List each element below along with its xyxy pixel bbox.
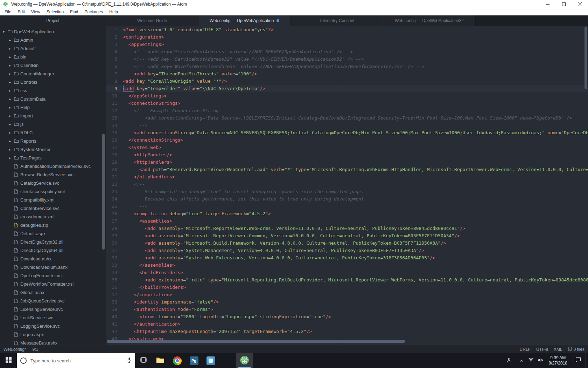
tree-item-folder[interactable]: ▸TestPages — [0, 154, 106, 162]
file-explorer-button[interactable] — [152, 353, 169, 368]
code-line[interactable]: 22 <!-- — [106, 180, 588, 188]
code-line[interactable]: 20 <add path="Reserved.ReportViewerWebCo… — [106, 166, 588, 173]
action-center-button[interactable] — [571, 353, 586, 368]
tree-item-file[interactable]: MessageBus.ashx — [0, 339, 106, 345]
code-line[interactable]: 8<add key="CorsAllowOrigin" value="*"/> — [106, 77, 588, 85]
code-line[interactable]: 23 Set compilation debug="true" to inser… — [106, 188, 588, 195]
code-line[interactable]: 33 </assemblies> — [106, 261, 588, 269]
tree-item-folder[interactable]: ▸Reports — [0, 137, 106, 145]
line-number[interactable]: 19 — [106, 158, 120, 166]
line-number[interactable]: 29 — [106, 232, 120, 239]
menu-edit[interactable]: Edit — [14, 8, 28, 15]
taskbar-clock[interactable]: 9:39 AM 8/27/2018 — [545, 353, 571, 368]
code-line[interactable]: 7 <add key="ThreadPoolMinThreads" value=… — [106, 70, 588, 77]
tree-item-file[interactable]: CatalogService.svc — [0, 179, 106, 187]
code-line[interactable]: 5 <!-- <add key="ServiceRootAddress32" v… — [106, 55, 588, 63]
status-encoding[interactable]: UTF-8 — [536, 347, 548, 352]
code-line[interactable]: 14 --> — [106, 122, 588, 129]
line-number[interactable]: 27 — [106, 217, 120, 225]
line-number[interactable]: 26 — [106, 210, 120, 217]
tree-item-root[interactable]: ▾DpeWebApplication — [0, 27, 106, 36]
tree-item-folder[interactable]: ▸SystemMonitor — [0, 145, 106, 154]
line-number[interactable]: 8 — [106, 77, 120, 85]
line-number[interactable]: 13 — [106, 114, 120, 122]
tree-item-file[interactable]: Compatibility.xml — [0, 196, 106, 204]
line-number[interactable]: 25 — [106, 203, 120, 210]
hidden-icons-button[interactable] — [517, 353, 526, 368]
line-number[interactable]: 4 — [106, 48, 120, 55]
tree-item-file[interactable]: debugfiles.zip — [0, 221, 106, 229]
blue-app-button[interactable] — [202, 353, 219, 368]
tree-item-file[interactable]: Download.ashx — [0, 254, 106, 263]
modified-dot-icon[interactable] — [276, 19, 279, 22]
code-line[interactable]: 28 <add assembly="Microsoft.ReportViewer… — [106, 225, 588, 232]
code-line[interactable]: 10 </appSettings> — [106, 92, 588, 100]
tree-item-file[interactable]: Default.aspx — [0, 229, 106, 238]
line-number[interactable]: 33 — [106, 261, 120, 269]
tree-item-file[interactable]: crossdomain.xml — [0, 212, 106, 221]
line-number[interactable]: 36 — [106, 284, 120, 291]
volume-tray-button[interactable] — [536, 353, 545, 368]
code-line[interactable]: 31 <add assembly="System.Management, Ver… — [106, 247, 588, 254]
people-tray-button[interactable] — [505, 353, 514, 368]
line-number[interactable]: 9 — [106, 85, 120, 92]
code-line[interactable]: 27 <assemblies> — [106, 217, 588, 225]
code-line[interactable]: 17 <system.web> — [106, 144, 588, 151]
code-line[interactable]: 3 <appSettings> — [106, 41, 588, 48]
tree-item-folder[interactable]: ▸Help — [0, 103, 106, 111]
line-number[interactable]: 1 — [106, 26, 120, 33]
code-line[interactable]: 11 <connectionStrings> — [106, 100, 588, 107]
line-number[interactable]: 40 — [106, 313, 120, 320]
tree-item-folder[interactable]: ▸import — [0, 111, 106, 120]
code-line[interactable]: 13 <add connectionString="Data Source=.\… — [106, 114, 588, 122]
line-number[interactable]: 16 — [106, 136, 120, 144]
code-line[interactable]: 41 </authentication> — [106, 320, 588, 328]
code-line[interactable]: 19 <httpHandlers> — [106, 158, 588, 166]
line-number[interactable]: 31 — [106, 247, 120, 254]
tree-item-folder[interactable]: ▸Admin — [0, 36, 106, 44]
start-button[interactable] — [0, 353, 17, 368]
tree-item-file[interactable]: DirectDigaCrypt32.dll — [0, 238, 106, 246]
maximize-button[interactable] — [556, 0, 572, 8]
code-line[interactable]: 4 <!-- <add key="ServiceRootAddress" val… — [106, 48, 588, 55]
tree-item-folder[interactable]: ▸RDLC — [0, 128, 106, 137]
code-line[interactable]: 6 <!-- <add key="WaveformServiceAddress"… — [106, 63, 588, 70]
microphone-icon[interactable] — [127, 357, 132, 364]
line-number[interactable]: 11 — [106, 100, 120, 107]
code-line[interactable]: 38 <identity impersonate="false"/> — [106, 298, 588, 306]
line-number[interactable]: 37 — [106, 291, 120, 298]
line-number[interactable]: 5 — [106, 55, 120, 63]
code-line[interactable]: 36 </buildProviders> — [106, 284, 588, 291]
tab[interactable]: Web.config — DpeWebApplication32 — [383, 15, 476, 26]
code-line[interactable]: 40 <forms timeout="2880" loginUrl="Logon… — [106, 313, 588, 320]
taskbar-search[interactable] — [17, 353, 135, 368]
tree-item-file[interactable]: AuthenticationDomainService2.svc — [0, 162, 106, 170]
close-button[interactable] — [572, 0, 588, 8]
line-number[interactable]: 18 — [106, 151, 120, 158]
tree-item-folder[interactable]: ▸ContentManager — [0, 69, 106, 78]
tab[interactable]: Web.config — DpeWebApplication — [198, 15, 291, 26]
firefox-button[interactable] — [219, 353, 236, 368]
network-tray-button[interactable] — [526, 353, 536, 368]
tab[interactable]: Welcome Guide — [106, 15, 198, 26]
code-line[interactable]: 24 Because this affects performance, set… — [106, 195, 588, 203]
menu-selection[interactable]: Selection — [43, 8, 67, 15]
code-line[interactable]: 9<add key="TempFolder" value="\\NUC-Serv… — [106, 85, 588, 92]
tree-item-folder[interactable]: ▸CustomData — [0, 95, 106, 103]
tree-item-file[interactable]: JobQueueService.svc — [0, 297, 106, 305]
tree-item-file[interactable]: Global.asax — [0, 288, 106, 297]
line-number[interactable]: 23 — [106, 188, 120, 195]
tree-item-file[interactable]: LicensingService.svc — [0, 305, 106, 313]
code-line[interactable]: 2<configuration> — [106, 33, 588, 41]
line-number[interactable]: 30 — [106, 239, 120, 247]
menu-help[interactable]: Help — [106, 8, 121, 15]
code-line[interactable]: 26 <compilation debug="true" targetFrame… — [106, 210, 588, 217]
tree-item-folder[interactable]: ▸Admin2 — [0, 44, 106, 53]
status-cursor-position[interactable]: 9:1 — [32, 347, 38, 352]
tab[interactable]: Telemetry Consent — [291, 15, 383, 26]
line-number[interactable]: 3 — [106, 41, 120, 48]
editor[interactable]: 1<?xml version="1.0" encoding="UTF-8" st… — [106, 26, 588, 345]
tree-item-folder[interactable]: ▸ClientBin — [0, 61, 106, 69]
menu-file[interactable]: File — [1, 8, 14, 15]
line-number[interactable]: 42 — [106, 328, 120, 335]
